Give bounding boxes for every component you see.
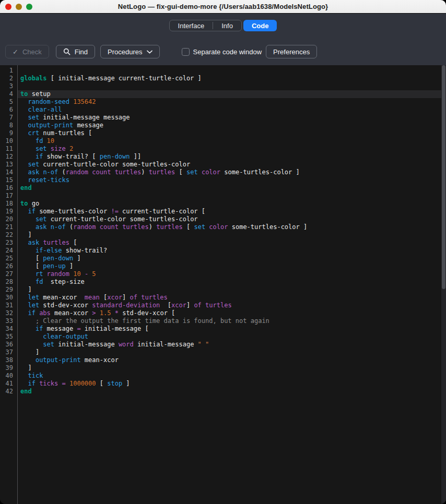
scrollbar-thumb[interactable] (442, 65, 445, 289)
code-line[interactable]: 38 output-print mean-xcor (0, 356, 446, 364)
code-line-text[interactable]: if-else show-trail? (17, 247, 446, 255)
code-line-text[interactable] (17, 192, 446, 200)
code-line-text[interactable]: set initial-message message (17, 114, 446, 122)
code-line-text[interactable]: [ pen-down ] (17, 255, 446, 262)
code-line[interactable]: 36 set initial-message word initial-mess… (0, 341, 446, 349)
code-line[interactable]: 9 crt num-turtles [ (0, 129, 446, 137)
code-line-text[interactable]: ; Clear the output the first time data i… (17, 317, 446, 325)
code-line-text[interactable]: ] (17, 349, 446, 356)
code-line-text[interactable]: reset-ticks (17, 176, 446, 184)
code-line[interactable]: 10 fd 10 (0, 137, 446, 145)
code-line-text[interactable]: to setup (17, 90, 446, 98)
code-line-text[interactable]: set initial-message word initial-message… (17, 341, 446, 349)
code-line-text[interactable]: output-print message (17, 122, 446, 129)
code-line-text[interactable]: set current-turtle-color some-turtles-co… (17, 215, 446, 223)
tab-interface[interactable]: Interface (170, 20, 213, 31)
code-line[interactable]: 16end (0, 184, 446, 192)
code-line[interactable]: 18to go (0, 200, 446, 208)
code-line-text[interactable]: [ pen-up ] (17, 262, 446, 270)
code-line[interactable]: 42end (0, 388, 446, 395)
code-line[interactable]: 5 random-seed 135642 (0, 98, 446, 106)
code-line[interactable]: 6 clear-all (0, 106, 446, 114)
code-line-text[interactable]: end (17, 184, 446, 192)
code-line-text[interactable]: if ticks = 1000000 [ stop ] (17, 380, 446, 388)
code-line-text[interactable]: fd step-size (17, 278, 446, 286)
tab-code[interactable]: Code (243, 20, 277, 31)
code-line-text[interactable]: rt random 10 - 5 (17, 270, 446, 278)
find-button[interactable]: Find (56, 45, 95, 58)
code-line[interactable]: 37 ] (0, 349, 446, 356)
code-line-text[interactable]: globals [ initial-message current-turtle… (17, 75, 446, 82)
code-line-text[interactable] (17, 82, 446, 90)
code-line[interactable]: 35 clear-output (0, 333, 446, 341)
code-line[interactable]: 13 set current-turtle-color some-turtles… (0, 161, 446, 169)
check-button[interactable]: ✓ Check (5, 45, 49, 58)
code-line-text[interactable]: ask n-of (random count turtles) turtles … (17, 223, 446, 231)
code-line[interactable]: 8 output-print message (0, 122, 446, 129)
code-line[interactable]: 40 tick (0, 372, 446, 380)
code-line-text[interactable]: set current-turtle-color some-turtles-co… (17, 161, 446, 169)
code-line-text[interactable]: end (17, 388, 446, 395)
code-line[interactable]: 26 [ pen-up ] (0, 262, 446, 270)
code-line[interactable]: 27 rt random 10 - 5 (0, 270, 446, 278)
code-line[interactable]: 14 ask n-of (random count turtles) turtl… (0, 169, 446, 176)
code-line[interactable]: 23 ask turtles [ (0, 239, 446, 247)
code-line-text[interactable]: if message = initial-message [ (17, 325, 446, 333)
code-line[interactable]: 39 ] (0, 364, 446, 372)
code-line-text[interactable]: ] (17, 231, 446, 239)
code-line-text[interactable]: if some-turtles-color != current-turtle-… (17, 208, 446, 215)
code-editor[interactable]: 12globals [ initial-message current-turt… (0, 65, 446, 504)
preferences-button[interactable]: Preferences (266, 45, 317, 58)
code-line[interactable]: 2globals [ initial-message current-turtl… (0, 75, 446, 82)
code-line[interactable]: 17 (0, 192, 446, 200)
code-line-text[interactable]: let mean-xcor mean [xcor] of turtles (17, 294, 446, 302)
code-line[interactable]: 34 if message = initial-message [ (0, 325, 446, 333)
code-token: ] (73, 255, 80, 262)
code-line-text[interactable]: tick (17, 372, 446, 380)
code-line-text[interactable]: clear-output (17, 333, 446, 341)
vertical-scrollbar[interactable] (441, 65, 446, 504)
code-line[interactable]: 25 [ pen-down ] (0, 255, 446, 262)
code-line[interactable]: 32 if abs mean-xcor > 1.5 * std-dev-xcor… (0, 309, 446, 317)
code-line[interactable]: 20 set current-turtle-color some-turtles… (0, 215, 446, 223)
code-line[interactable]: 29 ] (0, 286, 446, 294)
separate-code-window-checkbox[interactable] (182, 48, 190, 56)
code-line[interactable]: 12 if show-trail? [ pen-down ]] (0, 153, 446, 161)
code-line-text[interactable]: let std-dev-xcor standard-deviation [xco… (17, 302, 446, 309)
code-line-text[interactable]: to go (17, 200, 446, 208)
code-line[interactable]: 11 set size 2 (0, 145, 446, 153)
code-token: [ (96, 380, 108, 387)
code-line-text[interactable]: ask n-of (random count turtles) turtles … (17, 169, 446, 176)
code-line-text[interactable]: ] (17, 364, 446, 372)
code-line-text[interactable]: ask turtles [ (17, 239, 446, 247)
code-line-text[interactable]: if abs mean-xcor > 1.5 * std-dev-xcor [ (17, 309, 446, 317)
code-line[interactable]: 3 (0, 82, 446, 90)
code-line[interactable]: 19 if some-turtles-color != current-turt… (0, 208, 446, 215)
code-line[interactable]: 30 let mean-xcor mean [xcor] of turtles (0, 294, 446, 302)
code-line-text[interactable]: output-print mean-xcor (17, 356, 446, 364)
code-line-text[interactable]: if show-trail? [ pen-down ]] (17, 153, 446, 161)
code-line-text[interactable]: clear-all (17, 106, 446, 114)
code-line[interactable]: 41 if ticks = 1000000 [ stop ] (0, 380, 446, 388)
code-line-text[interactable]: fd 10 (17, 137, 446, 145)
code-line[interactable]: 31 let std-dev-xcor standard-deviation [… (0, 302, 446, 309)
code-line[interactable]: 24 if-else show-trail? (0, 247, 446, 255)
code-line[interactable]: 4to setup (0, 90, 446, 98)
tab-info[interactable]: Info (213, 20, 241, 31)
minimize-button[interactable] (16, 4, 22, 10)
code-line[interactable]: 33 ; Clear the output the first time dat… (0, 317, 446, 325)
code-line-text[interactable]: crt num-turtles [ (17, 129, 446, 137)
code-line[interactable]: 22 ] (0, 231, 446, 239)
procedures-dropdown[interactable]: Procedures (100, 45, 159, 58)
code-line-text[interactable]: ] (17, 286, 446, 294)
code-line[interactable]: 15 reset-ticks (0, 176, 446, 184)
zoom-button[interactable] (26, 4, 32, 10)
code-line-text[interactable] (17, 67, 446, 75)
code-line-text[interactable]: random-seed 135642 (17, 98, 446, 106)
code-line[interactable]: 21 ask n-of (random count turtles) turtl… (0, 223, 446, 231)
code-line-text[interactable]: set size 2 (17, 145, 446, 153)
code-line[interactable]: 28 fd step-size (0, 278, 446, 286)
code-line[interactable]: 7 set initial-message message (0, 114, 446, 122)
code-line[interactable]: 1 (0, 67, 446, 75)
close-button[interactable] (5, 4, 11, 10)
